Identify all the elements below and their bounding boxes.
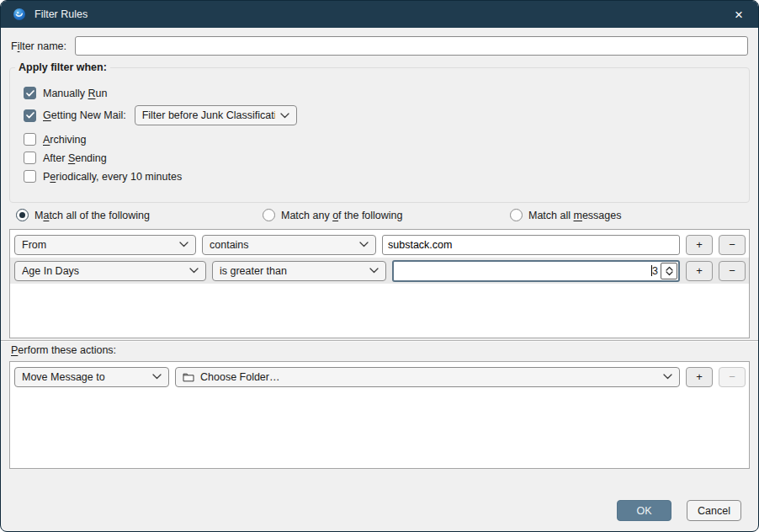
choose-folder-dropdown[interactable]: Choose Folder… xyxy=(175,367,680,387)
checkbox-label: Archiving xyxy=(43,134,86,146)
checkbox-periodically[interactable]: Periodically, every 10 minutes xyxy=(24,170,182,183)
add-action-button[interactable]: + xyxy=(686,367,713,387)
condition-attribute-dropdown[interactable]: Age In Days xyxy=(14,261,206,281)
ok-button[interactable]: OK xyxy=(617,500,671,521)
radio-label: Match all of the following xyxy=(34,210,150,221)
filter-rules-dialog: Filter Rules × Filter name: Apply filter… xyxy=(0,0,759,532)
condition-operator-dropdown[interactable]: contains xyxy=(202,235,376,255)
chevron-down-icon xyxy=(280,113,289,119)
condition-operator-dropdown[interactable]: is greater than xyxy=(212,261,386,281)
add-condition-button[interactable]: + xyxy=(686,235,713,255)
actions-list: Move Message to Choose Folder… + − xyxy=(9,361,750,469)
checkbox-label: After Sending xyxy=(43,152,107,164)
conditions-list: From contains + − Age In Days xyxy=(9,229,750,338)
checkbox-checked-icon[interactable] xyxy=(24,109,36,122)
filter-name-input[interactable] xyxy=(75,36,748,56)
chevron-down-icon xyxy=(189,268,199,274)
chevron-down-icon xyxy=(663,374,672,380)
radio-label: Match any of the following xyxy=(281,210,403,221)
filter-name-row: Filter name: xyxy=(11,36,748,56)
checkbox-archiving[interactable]: Archiving xyxy=(24,133,86,146)
radio-label: Match all messages xyxy=(528,210,621,221)
titlebar: Filter Rules × xyxy=(1,1,758,28)
chevron-down-icon xyxy=(152,374,162,380)
checkbox-label: Manually Run xyxy=(43,88,107,99)
thunderbird-app-icon xyxy=(13,8,26,21)
match-options-row: Match all of the following Match any of … xyxy=(1,209,758,226)
radio-selected-icon[interactable] xyxy=(16,209,29,221)
checkbox-after-sending[interactable]: After Sending xyxy=(24,152,107,164)
chevron-down-icon xyxy=(359,242,369,247)
radio-unselected-icon[interactable] xyxy=(510,209,523,221)
checkbox-getting-new-mail[interactable]: Getting New Mail: Filter before Junk Cla… xyxy=(24,105,297,125)
condition-row: From contains + − xyxy=(10,231,749,258)
condition-attribute-dropdown[interactable]: From xyxy=(14,235,196,255)
checkbox-checked-icon[interactable] xyxy=(24,87,36,99)
remove-condition-button[interactable]: − xyxy=(719,235,746,255)
action-row: Move Message to Choose Folder… + − xyxy=(10,364,749,390)
junk-classification-dropdown[interactable]: Filter before Junk Classification xyxy=(135,105,297,125)
checkbox-label: Periodically, every 10 minutes xyxy=(43,171,182,183)
radio-match-any-following[interactable]: Match any of the following xyxy=(263,209,403,221)
remove-action-button: − xyxy=(719,367,746,387)
remove-condition-button[interactable]: − xyxy=(719,261,746,281)
radio-match-all-following[interactable]: Match all of the following xyxy=(16,209,150,221)
apply-filter-when-legend: Apply filter when: xyxy=(15,61,110,73)
section-separator xyxy=(1,340,758,342)
filter-name-label: Filter name: xyxy=(11,40,75,52)
number-spinner[interactable] xyxy=(661,263,677,279)
folder-icon xyxy=(183,372,194,382)
condition-row: Age In Days is greater than 3 + − xyxy=(10,258,749,284)
close-icon[interactable]: × xyxy=(719,1,758,28)
add-condition-button[interactable]: + xyxy=(686,261,713,281)
chevron-down-icon xyxy=(369,268,379,274)
checkbox-manually-run[interactable]: Manually Run xyxy=(24,87,107,99)
condition-number-input[interactable]: 3 xyxy=(392,260,680,282)
chevron-down-icon xyxy=(179,242,188,247)
checkbox-unchecked-icon[interactable] xyxy=(24,133,36,146)
window-title: Filter Rules xyxy=(34,8,88,20)
checkbox-label: Getting New Mail: xyxy=(43,109,126,121)
apply-filter-when-group: Apply filter when: Manually Run Getting … xyxy=(9,61,750,203)
radio-match-all-messages[interactable]: Match all messages xyxy=(510,209,621,221)
radio-unselected-icon[interactable] xyxy=(263,209,275,221)
condition-value-input[interactable] xyxy=(382,235,680,255)
checkbox-unchecked-icon[interactable] xyxy=(24,152,36,164)
cancel-button[interactable]: Cancel xyxy=(687,500,741,521)
spinner-down-icon xyxy=(666,271,673,276)
checkbox-unchecked-icon[interactable] xyxy=(24,170,36,183)
action-type-dropdown[interactable]: Move Message to xyxy=(14,367,169,387)
perform-actions-label: Perform these actions: xyxy=(11,344,116,356)
